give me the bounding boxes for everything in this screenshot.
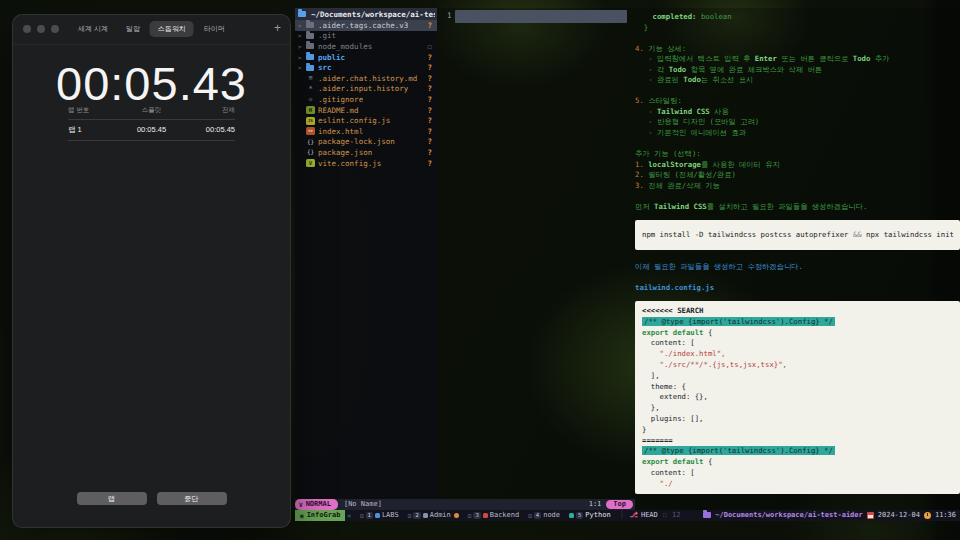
json-file-icon: {}: [306, 138, 315, 146]
chat-line: - 반응형 디자인 (모바일 고려): [635, 117, 960, 128]
lap-button[interactable]: 랩: [77, 492, 147, 505]
file-tree-pane: ~/Documents/workspace/ai-test > .aider.t…: [295, 8, 437, 499]
tree-item[interactable]: > .aider.tags.cache.v3 ?: [295, 20, 437, 31]
tmux-window-backend[interactable]: ⊡ 3 Backend: [468, 511, 519, 519]
tree-item[interactable]: > node_modules ☐: [295, 41, 437, 52]
git-status-untracked: ?: [427, 21, 437, 30]
code-line: content: [: [642, 468, 960, 479]
powerline-arrow-icon: <: [347, 512, 351, 519]
table-row: 랩 1 00:05.45 00:05.45: [68, 120, 235, 141]
chat-line: 5. 스타일링:: [635, 96, 960, 107]
folder-icon: [306, 22, 314, 28]
zoom-button[interactable]: [51, 25, 59, 33]
code-line: content: [: [642, 338, 960, 349]
python-icon: [569, 513, 574, 518]
editor-cursor-line[interactable]: [455, 10, 627, 23]
readme-file-icon: M: [306, 106, 315, 114]
vim-icon: V: [299, 501, 303, 508]
vim-mode-indicator: V NORMAL: [295, 499, 338, 510]
git-ref: HEAD: [641, 511, 658, 519]
clock-icon: [924, 512, 931, 519]
tree-item[interactable]: V vite.config.js ?: [295, 158, 437, 169]
tree-item[interactable]: <> index.html ?: [295, 126, 437, 137]
add-clock-button[interactable]: +: [274, 21, 281, 35]
tmux-window-python[interactable]: 5 Python: [569, 511, 611, 519]
scroll-indicator: Top: [606, 500, 633, 509]
window-icon: ⊡: [360, 512, 364, 519]
tab-world-clock[interactable]: 세계 시계: [70, 21, 116, 37]
tree-item[interactable]: > .git: [295, 31, 437, 42]
tree-item[interactable]: ≡ .aider.chat.history.md ?: [295, 73, 437, 84]
git-status-ignored: ☐: [427, 42, 437, 51]
code-line: },: [642, 403, 960, 414]
chat-line: - 완료된 Todo는 취소선 표시: [635, 75, 960, 86]
traffic-lights: [23, 25, 59, 33]
minimize-button[interactable]: [37, 25, 45, 33]
chat-line: - 각 Todo 항목 옆에 완료 체크박스와 삭제 버튼: [635, 65, 960, 76]
docker-icon: [483, 513, 488, 518]
code-line: "./: [642, 479, 960, 490]
time: 11:36: [935, 511, 956, 519]
chevron-right-icon: >: [298, 22, 304, 29]
tab-stopwatch[interactable]: 스톱워치: [150, 21, 194, 37]
chat-line: 2. 필터링 (전체/활성/완료): [635, 170, 960, 181]
chat-line: 이제 필요한 파일들을 생성하고 수정하겠습니다.: [635, 262, 960, 273]
chat-line: [635, 191, 960, 202]
stopwatch-time: 00:05.43: [13, 56, 290, 111]
chevron-right-icon: >: [298, 64, 304, 71]
tab-timer[interactable]: 타이머: [196, 21, 233, 37]
labs-icon: [375, 513, 380, 518]
tree-item[interactable]: > public ?: [295, 52, 437, 63]
markdown-file-icon: ≡: [306, 74, 315, 82]
tmux-window-labs[interactable]: ⊡ 1 LABS: [360, 511, 399, 519]
code-line: /** @type {import('tailwindcss').Config}…: [642, 317, 960, 328]
tmux-window-node[interactable]: ⊡ 4 node: [528, 511, 560, 519]
folder-icon: [306, 65, 314, 71]
code-line: plugins: [],: [642, 414, 960, 425]
folder-icon: [703, 512, 711, 518]
tmux-session[interactable]: ▣ InfoGrab: [295, 510, 345, 522]
lap-total: 00:05.45: [179, 125, 235, 135]
close-button[interactable]: [23, 25, 31, 33]
clock-tabs: 세계 시계 알람 스톱워치 타이머: [70, 21, 233, 37]
code-line: =======: [642, 436, 960, 447]
alert-icon: [454, 513, 459, 518]
session-icon: ▣: [300, 512, 304, 519]
git-count-icon: ☐: [663, 511, 667, 519]
titlebar: 세계 시계 알람 스톱워치 타이머 +: [13, 15, 290, 45]
code-line: }: [642, 425, 960, 436]
tab-alarm[interactable]: 알람: [118, 21, 148, 37]
chat-line: completed: boolean: [635, 12, 960, 23]
calendar-icon: [867, 512, 874, 519]
terminal-window: ~/Documents/workspace/ai-test > .aider.t…: [295, 8, 960, 521]
chat-line: [635, 273, 960, 284]
folder-icon: [306, 43, 314, 49]
chat-line: 3. 전체 완료/삭제 기능: [635, 181, 960, 192]
code-line: /** @type {import('tailwindcss').Config}…: [642, 446, 960, 457]
tree-root[interactable]: ~/Documents/workspace/ai-test: [295, 8, 437, 20]
tree-item[interactable]: M README.md ?: [295, 105, 437, 116]
chat-line: - Tailwind CSS 사용: [635, 107, 960, 118]
vite-file-icon: V: [306, 159, 315, 167]
divider: │: [620, 511, 624, 519]
header-lap-number: 랩 번호: [68, 106, 124, 115]
tree-item[interactable]: {} package.json ?: [295, 147, 437, 158]
stopwatch-window: 세계 시계 알람 스톱워치 타이머 + 00:05.43 랩 번호 스플릿 전체…: [12, 14, 291, 528]
stop-button[interactable]: 중단: [157, 492, 227, 505]
vim-statusline: V NORMAL [No Name] 1:1 Top: [295, 499, 635, 510]
tmux-window-admin[interactable]: ⊡ 2 Admin: [408, 511, 459, 519]
tree-item[interactable]: JS eslint.config.js ?: [295, 115, 437, 126]
tree-item[interactable]: * .aider.input.history ?: [295, 84, 437, 95]
chat-line: - 기본적인 애니메이션 효과: [635, 128, 960, 139]
tree-item[interactable]: ◇ .gitignore ?: [295, 94, 437, 105]
tree-item[interactable]: > src ?: [295, 62, 437, 73]
window-icon: ⊡: [468, 512, 472, 519]
chevron-right-icon: >: [298, 54, 304, 61]
gitignore-file-icon: ◇: [306, 95, 315, 103]
folder-icon: [306, 33, 314, 39]
code-line: "./index.html",: [642, 349, 960, 360]
window-icon: ⊡: [528, 512, 532, 519]
chat-line: [635, 33, 960, 44]
tree-item[interactable]: {} package-lock.json ?: [295, 137, 437, 148]
json-file-icon: {}: [306, 148, 315, 156]
